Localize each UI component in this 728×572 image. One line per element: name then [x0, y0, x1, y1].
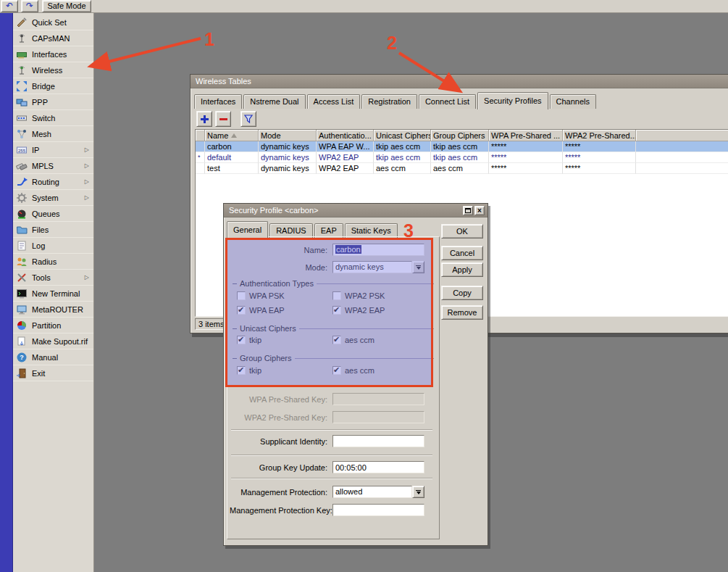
- tab-static-keys[interactable]: Static Keys: [345, 223, 398, 238]
- checkbox-wpa-psk[interactable]: WPA PSK: [237, 291, 285, 300]
- checkbox-wpa-eap[interactable]: WPA EAP: [237, 306, 285, 315]
- management-protection-select[interactable]: allowed: [332, 486, 412, 498]
- unicast-aes-ccm-checkbox[interactable]: [332, 336, 341, 344]
- group-aes-ccm-checkbox[interactable]: [332, 366, 341, 375]
- tab-connect-list[interactable]: Connect List: [419, 94, 476, 109]
- column-header-authentication[interactable]: Authenticatio...: [317, 130, 374, 141]
- checkbox-wpa2-eap[interactable]: WPA2 EAP: [332, 306, 385, 315]
- management-protection-dropdown-button[interactable]: [412, 486, 424, 498]
- close-button[interactable]: ×: [474, 206, 485, 215]
- remove-button[interactable]: Remove: [441, 305, 483, 320]
- sidebar-item-bridge[interactable]: Bridge: [13, 78, 93, 94]
- tab-nstreme-dual[interactable]: Nstreme Dual: [243, 94, 305, 109]
- cell-filler: [636, 152, 728, 163]
- supplicant-identity-input[interactable]: [332, 435, 424, 447]
- cell-marker: [196, 163, 205, 174]
- sidebar-item-system[interactable]: System ▷: [13, 190, 93, 206]
- column-header-wpa2-pre-shared[interactable]: WPA2 Pre-Shared...: [563, 130, 636, 141]
- cancel-button[interactable]: Cancel: [441, 246, 483, 260]
- cell-group-ciphers: aes ccm: [431, 163, 489, 174]
- tab-security-profiles[interactable]: Security Profiles: [477, 92, 548, 109]
- tab-channels[interactable]: Channels: [550, 94, 596, 109]
- tab-radius[interactable]: RADIUS: [269, 223, 313, 238]
- sidebar-item-make-supout[interactable]: Make Supout.rif: [13, 333, 93, 349]
- mode-dropdown-button[interactable]: [412, 261, 424, 273]
- cell-marker: [196, 141, 205, 152]
- column-header-group-ciphers[interactable]: Group Ciphers: [431, 130, 489, 141]
- safe-mode-button[interactable]: Safe Mode: [42, 0, 91, 12]
- column-header-marker[interactable]: [196, 130, 205, 141]
- wpa2-psk-checkbox[interactable]: [332, 291, 341, 300]
- cell-unicast-ciphers: tkip aes ccm: [374, 152, 431, 163]
- sidebar-item-ip[interactable]: 255 IP ▷: [13, 142, 93, 158]
- sidebar-item-routing[interactable]: Routing ▷: [13, 174, 93, 190]
- column-header-mode[interactable]: Mode: [259, 130, 317, 141]
- wpa-eap-checkbox[interactable]: [237, 306, 246, 315]
- sidebar-item-metarouter[interactable]: MetaROUTER: [13, 302, 93, 318]
- sidebar-item-wireless[interactable]: Wireless: [13, 62, 93, 78]
- sidebar-item-manual[interactable]: ? Manual: [13, 349, 93, 365]
- filter-funnel-icon: [243, 114, 254, 124]
- apply-button[interactable]: Apply: [441, 262, 483, 277]
- maximize-button[interactable]: [463, 206, 473, 215]
- remove-profile-button[interactable]: [215, 111, 231, 127]
- tab-general[interactable]: General: [227, 221, 268, 239]
- checkbox-wpa2-psk[interactable]: WPA2 PSK: [332, 291, 385, 300]
- sidebar-item-partition[interactable]: Partition: [13, 318, 93, 333]
- column-header-unicast-ciphers[interactable]: Unicast Ciphers: [374, 130, 431, 141]
- sidebar-item-log[interactable]: Log: [13, 238, 93, 254]
- sidebar-item-tools[interactable]: Tools ▷: [13, 270, 93, 286]
- undo-button[interactable]: ↶: [1, 0, 18, 12]
- filter-button[interactable]: [240, 111, 256, 127]
- tab-eap[interactable]: EAP: [314, 223, 343, 238]
- sidebar-item-label: Switch: [32, 114, 55, 123]
- table-row-default[interactable]: * default dynamic keys WPA2 EAP tkip aes…: [196, 152, 728, 163]
- wireless-toolbar: [196, 111, 256, 127]
- sidebar-item-files[interactable]: Files: [13, 222, 93, 238]
- sidebar-item-exit[interactable]: Exit: [13, 365, 93, 381]
- sidebar-item-quick-set[interactable]: Quick Set: [13, 14, 93, 30]
- group-dash: [233, 358, 237, 359]
- tab-registration[interactable]: Registration: [361, 94, 417, 109]
- wpa2-eap-checkbox[interactable]: [332, 306, 341, 315]
- sidebar-item-new-terminal[interactable]: New Terminal: [13, 286, 93, 302]
- sidebar-item-label: CAPsMAN: [32, 34, 70, 43]
- sidebar-item-queues[interactable]: Queues: [13, 206, 93, 222]
- add-profile-button[interactable]: [196, 111, 212, 127]
- group-key-update-input[interactable]: [332, 461, 424, 473]
- sidebar-item-ppp[interactable]: PPP: [13, 94, 93, 110]
- submenu-arrow-icon: ▷: [85, 194, 91, 201]
- wpa-psk-checkbox[interactable]: [237, 291, 246, 300]
- sidebar-item-switch[interactable]: Switch: [13, 110, 93, 126]
- sidebar-item-mesh[interactable]: Mesh: [13, 126, 93, 142]
- checkbox-unicast-aes-ccm[interactable]: aes ccm: [332, 336, 375, 344]
- sidebar-item-radius[interactable]: Radius: [13, 254, 93, 270]
- redo-button[interactable]: ↷: [21, 0, 38, 12]
- sidebar-item-interfaces[interactable]: Interfaces: [13, 46, 93, 62]
- name-input[interactable]: carbon: [332, 244, 424, 256]
- cell-wpa2-key: *****: [563, 141, 636, 152]
- sidebar-item-capsman[interactable]: CAPsMAN: [13, 30, 93, 46]
- sidebar-item-mpls[interactable]: MPLS ▷: [13, 158, 93, 174]
- checkbox-group-tkip[interactable]: tkip: [237, 366, 262, 375]
- wpa2-pre-shared-key-label: WPA2 Pre-Shared Key:: [230, 413, 332, 422]
- tab-interfaces[interactable]: Interfaces: [194, 94, 242, 109]
- management-protection-key-input[interactable]: [332, 504, 424, 516]
- maximize-icon: [465, 208, 471, 213]
- column-header-name[interactable]: Name: [205, 130, 259, 141]
- ok-button[interactable]: OK: [441, 224, 483, 239]
- sidebar-accent-strip: [0, 13, 13, 572]
- table-row-test[interactable]: test dynamic keys WPA2 EAP aes ccm aes c…: [196, 163, 728, 174]
- column-header-wpa-pre-shared[interactable]: WPA Pre-Shared ...: [489, 130, 563, 141]
- svg-text:255: 255: [18, 148, 26, 152]
- copy-button[interactable]: Copy: [441, 286, 483, 300]
- checkbox-group-aes-ccm[interactable]: aes ccm: [332, 366, 375, 375]
- mode-select[interactable]: dynamic keys: [332, 261, 412, 273]
- group-tkip-checkbox[interactable]: [237, 366, 246, 375]
- table-row-carbon[interactable]: carbon dynamic keys WPA EAP W... tkip ae…: [196, 141, 728, 152]
- checkbox-unicast-tkip[interactable]: tkip: [237, 336, 262, 344]
- unicast-tkip-checkbox[interactable]: [237, 336, 246, 344]
- group-title: Unicast Ciphers: [240, 324, 296, 333]
- sidebar-menu: Quick Set CAPsMAN Interfaces Wireless Br…: [13, 14, 93, 381]
- tab-access-list[interactable]: Access List: [307, 94, 361, 109]
